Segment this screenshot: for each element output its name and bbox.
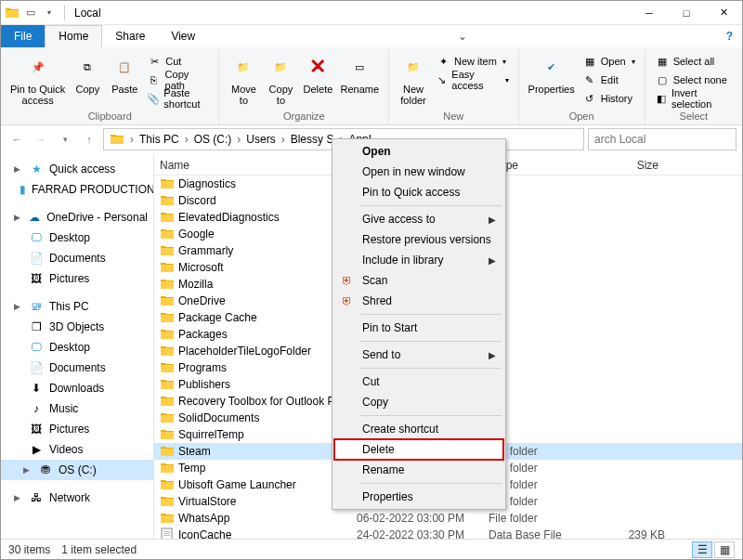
nav-osc[interactable]: ▶⛃OS (C:) bbox=[1, 460, 153, 480]
select-all-button[interactable]: ▦Select all bbox=[651, 52, 736, 71]
folder-icon bbox=[160, 410, 175, 425]
breadcrumb-seg[interactable]: OS (C:) bbox=[190, 133, 236, 146]
breadcrumb-seg[interactable]: This PC bbox=[136, 133, 183, 146]
nav-documents[interactable]: 📄Documents bbox=[1, 248, 153, 268]
minimize-button[interactable]: ─ bbox=[631, 1, 668, 25]
menu-item-pin-to-start[interactable]: Pin to Start bbox=[334, 318, 503, 338]
menu-item-rename[interactable]: Rename bbox=[334, 460, 503, 480]
nav-3d-objects[interactable]: ❒3D Objects bbox=[1, 317, 153, 337]
nav-this-pc[interactable]: ▶🖳This PC bbox=[1, 296, 153, 317]
nav-folder[interactable]: ▮FARRAD PRODUCTION bbox=[1, 179, 153, 200]
menu-item-pin-to-quick-access[interactable]: Pin to Quick access bbox=[334, 182, 503, 202]
status-selected-count: 1 item selected bbox=[61, 543, 137, 556]
menu-item-shred[interactable]: ⛨Shred bbox=[334, 291, 503, 311]
nav-pictures[interactable]: 🖼Pictures bbox=[1, 268, 153, 289]
menu-item-properties[interactable]: Properties bbox=[334, 487, 503, 507]
nav-downloads[interactable]: ⬇Downloads bbox=[1, 378, 153, 398]
cut-button[interactable]: ✂Cut bbox=[143, 52, 213, 71]
up-button[interactable]: ↑ bbox=[79, 129, 99, 150]
paste-shortcut-button[interactable]: 📎Paste shortcut bbox=[143, 89, 213, 108]
menu-item-open[interactable]: Open bbox=[334, 141, 503, 162]
menu-item-restore-previous-versions[interactable]: Restore previous versions bbox=[334, 229, 503, 250]
properties-button[interactable]: ✔Properties bbox=[525, 49, 579, 95]
nav-quick-access[interactable]: ▶★Quick access bbox=[1, 159, 153, 179]
back-button[interactable]: ← bbox=[7, 129, 27, 150]
status-item-count: 30 items bbox=[8, 543, 50, 556]
shield-icon: ⛨ bbox=[340, 273, 355, 288]
recent-locations-button[interactable]: ▾ bbox=[55, 129, 75, 150]
menu-item-delete[interactable]: Delete bbox=[334, 439, 503, 460]
menu-item-include-in-library[interactable]: Include in library▶ bbox=[334, 250, 503, 270]
search-input[interactable] bbox=[593, 132, 732, 147]
context-menu[interactable]: OpenOpen in new windowPin to Quick acces… bbox=[332, 138, 506, 510]
nav-onedrive[interactable]: ▶☁OneDrive - Personal bbox=[1, 207, 153, 228]
tab-view[interactable]: View bbox=[158, 25, 208, 47]
folder-icon bbox=[160, 210, 175, 225]
details-view-button[interactable]: ☰ bbox=[692, 541, 712, 558]
file-name: WhatsApp bbox=[178, 512, 357, 525]
qat-dropdown-icon[interactable]: ▾ bbox=[42, 6, 57, 20]
history-button[interactable]: ↺History bbox=[579, 89, 639, 108]
group-label-organize: Organize bbox=[225, 111, 383, 124]
menu-item-label: Include in library bbox=[362, 254, 443, 267]
open-button[interactable]: ▦Open▾ bbox=[579, 52, 639, 71]
folder-icon bbox=[160, 327, 175, 342]
menu-item-copy[interactable]: Copy bbox=[334, 392, 503, 412]
close-button[interactable]: ✕ bbox=[705, 1, 742, 25]
scissors-icon: ✂ bbox=[147, 54, 162, 69]
chevron-right-icon[interactable]: › bbox=[128, 133, 136, 146]
menu-item-label: Give access to bbox=[362, 213, 436, 226]
edit-button[interactable]: ✎Edit bbox=[579, 71, 639, 89]
menu-item-label: Properties bbox=[362, 490, 413, 503]
delete-button[interactable]: ✕Delete bbox=[299, 49, 336, 95]
easy-access-button[interactable]: ↘Easy access▾ bbox=[432, 71, 513, 89]
nav-network[interactable]: ▶🖧Network bbox=[1, 488, 153, 508]
nav-documents2[interactable]: 📄Documents bbox=[1, 358, 153, 378]
copy-to-button[interactable]: 📁Copy to bbox=[262, 49, 299, 106]
breadcrumb-root-icon[interactable] bbox=[106, 132, 128, 147]
search-box[interactable] bbox=[588, 128, 736, 150]
forward-button[interactable]: → bbox=[31, 129, 51, 150]
tab-home[interactable]: Home bbox=[45, 25, 102, 47]
nav-desktop[interactable]: 🖵Desktop bbox=[1, 228, 153, 248]
paste-button[interactable]: 📋 Paste bbox=[106, 49, 143, 95]
invert-selection-button[interactable]: ◧Invert selection bbox=[651, 89, 736, 108]
nav-pictures2[interactable]: 🖼Pictures bbox=[1, 419, 153, 439]
breadcrumb-seg[interactable]: Users bbox=[242, 133, 279, 146]
new-item-button[interactable]: ✦New item▾ bbox=[432, 52, 513, 71]
nav-desktop2[interactable]: 🖵Desktop bbox=[1, 337, 153, 358]
shortcut-icon: 📎 bbox=[147, 91, 160, 106]
select-none-button[interactable]: ▢Select none bbox=[651, 71, 736, 89]
help-button[interactable]: ? bbox=[717, 25, 742, 47]
tab-share[interactable]: Share bbox=[102, 25, 158, 47]
ribbon-collapse-icon[interactable]: ⌄ bbox=[450, 25, 475, 47]
column-name[interactable]: Name bbox=[154, 159, 357, 172]
menu-item-send-to[interactable]: Send to▶ bbox=[334, 345, 503, 365]
breadcrumb-seg[interactable]: Blessy S bbox=[287, 133, 338, 146]
menu-item-scan[interactable]: ⛨Scan bbox=[334, 270, 503, 291]
column-size[interactable]: Size bbox=[591, 159, 665, 172]
move-to-button[interactable]: 📁Move to bbox=[225, 49, 262, 106]
tab-file[interactable]: File bbox=[1, 25, 45, 47]
rename-button[interactable]: ▭Rename bbox=[336, 49, 383, 95]
navigation-pane[interactable]: ▶★Quick access ▮FARRAD PRODUCTION ▶☁OneD… bbox=[1, 155, 154, 539]
quick-access-toolbar: ▭ ▾ bbox=[5, 6, 69, 20]
properties-icon[interactable]: ▭ bbox=[23, 6, 38, 20]
copy-button[interactable]: ⧉ Copy bbox=[69, 49, 106, 95]
folder-icon bbox=[5, 6, 20, 20]
nav-music[interactable]: ♪Music bbox=[1, 398, 153, 419]
file-row[interactable]: WhatsApp06-02-2022 03:00 PMFile folder bbox=[154, 510, 742, 527]
menu-item-give-access-to[interactable]: Give access to▶ bbox=[334, 209, 503, 229]
copy-path-button[interactable]: ⎘Copy path bbox=[143, 71, 213, 89]
pin-to-quick-access-button[interactable]: 📌 Pin to Quick access bbox=[7, 49, 69, 106]
nav-videos[interactable]: ▶Videos bbox=[1, 439, 153, 460]
thumbnails-view-button[interactable]: ▦ bbox=[714, 541, 735, 558]
menu-item-cut[interactable]: Cut bbox=[334, 371, 503, 392]
menu-item-label: Shred bbox=[362, 294, 392, 307]
new-folder-button[interactable]: 📁New folder bbox=[395, 49, 432, 106]
maximize-button[interactable]: □ bbox=[668, 1, 705, 25]
file-row[interactable]: IconCache24-02-2022 03:30 PMData Base Fi… bbox=[154, 527, 742, 539]
file-name: OneDrive bbox=[178, 294, 357, 307]
menu-item-create-shortcut[interactable]: Create shortcut bbox=[334, 419, 503, 439]
menu-item-open-in-new-window[interactable]: Open in new window bbox=[334, 162, 503, 182]
